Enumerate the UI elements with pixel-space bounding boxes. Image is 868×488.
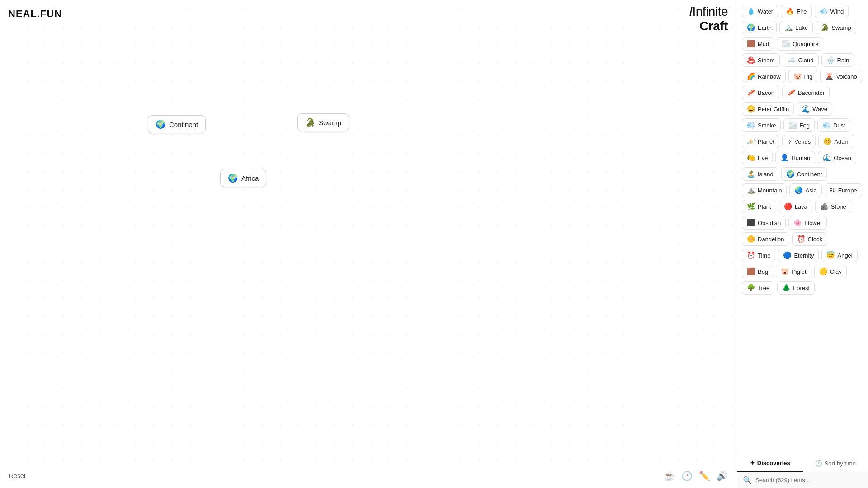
- chip-emoji: 👤: [780, 154, 789, 162]
- chip-emoji: 🌏: [794, 186, 803, 194]
- item-chip-cloud[interactable]: ☁️Cloud: [783, 53, 819, 67]
- item-chip-island[interactable]: 🏝️Island: [742, 167, 778, 181]
- clock-icon[interactable]: 🕐: [681, 470, 693, 481]
- search-input[interactable]: [755, 477, 863, 483]
- reset-button[interactable]: Reset: [9, 472, 26, 479]
- node-africa[interactable]: 🌍 Africa: [220, 169, 266, 187]
- item-chip-fire[interactable]: 🔥Fire: [781, 5, 811, 18]
- item-chip-baconator[interactable]: 🥓Baconator: [782, 86, 830, 99]
- chip-emoji: 🌍: [786, 170, 795, 178]
- item-chip-tree[interactable]: 🌳Tree: [742, 281, 774, 295]
- item-chip-dust[interactable]: 💨Dust: [817, 118, 850, 132]
- chip-label: Planet: [758, 138, 774, 145]
- chip-label: Time: [758, 252, 770, 259]
- discoveries-label: Discoveries: [757, 460, 790, 466]
- coffee-icon[interactable]: ☕: [664, 470, 675, 481]
- chip-emoji: 🟫: [747, 267, 755, 276]
- item-chip-stone[interactable]: 🪨Stone: [815, 200, 851, 213]
- chip-label: Lake: [795, 24, 808, 31]
- item-chip-flower[interactable]: 🌸Flower: [788, 216, 827, 230]
- chip-emoji: ♀️: [787, 138, 792, 145]
- item-chip-bog[interactable]: 🟫Bog: [742, 265, 773, 278]
- chip-label: Wave: [812, 106, 827, 113]
- chip-emoji: 🔥: [786, 7, 794, 15]
- item-chip-europe[interactable]: EUEurope: [825, 183, 862, 197]
- chip-label: Rainbow: [758, 73, 781, 80]
- item-chip-lava[interactable]: 🔴Lava: [779, 200, 812, 213]
- chip-emoji: 🌳: [747, 284, 755, 292]
- item-chip-mud[interactable]: 🟫Mud: [742, 37, 774, 51]
- item-chip-ocean[interactable]: 🌊Ocean: [818, 151, 856, 164]
- chip-label: Mud: [758, 41, 769, 47]
- item-chip-clock[interactable]: ⏰Clock: [792, 232, 828, 246]
- chip-emoji: 🏝️: [747, 170, 755, 178]
- chip-emoji: 🌊: [823, 154, 831, 162]
- item-chip-lake[interactable]: 🏔️Lake: [779, 21, 813, 34]
- item-chip-wind[interactable]: 💨Wind: [815, 5, 849, 18]
- item-chip-adam[interactable]: 😊Adam: [818, 135, 854, 148]
- item-chip-angel[interactable]: 😇Angel: [821, 249, 857, 262]
- item-chip-planet[interactable]: 🪐Planet: [742, 135, 779, 148]
- chip-label: Quagmire: [793, 41, 818, 47]
- chip-emoji: 🥓: [747, 89, 755, 97]
- chip-label: Forest: [793, 285, 810, 291]
- item-chip-human[interactable]: 👤Human: [775, 151, 815, 164]
- item-chip-smoke[interactable]: 💨Smoke: [742, 118, 781, 132]
- item-chip-eternity[interactable]: 🔵Eternity: [778, 249, 819, 262]
- item-chip-mountain[interactable]: ⛰️Mountain: [742, 183, 787, 197]
- swamp-label: Swamp: [319, 119, 341, 127]
- item-chip-plant[interactable]: 🌿Plant: [742, 200, 776, 213]
- chip-emoji: 🌍: [747, 23, 755, 32]
- item-chip-obsidian[interactable]: ⬛Obsidian: [742, 216, 786, 230]
- item-chip-pig[interactable]: 🐷Pig: [788, 70, 818, 83]
- item-chip-bacon[interactable]: 🥓Bacon: [742, 86, 779, 99]
- chip-label: Fire: [797, 8, 807, 15]
- item-chip-eve[interactable]: 🍋Eve: [742, 151, 773, 164]
- tab-sort-by-time[interactable]: 🕐 Sort by time: [803, 455, 868, 472]
- chip-label: Venus: [794, 138, 811, 145]
- canvas-area[interactable]: NEAL.FUN IInfinite Craft 🌍 Continent 🐊 S…: [0, 0, 737, 488]
- item-chip-forest[interactable]: 🌲Forest: [777, 281, 815, 295]
- item-chip-continent[interactable]: 🌍Continent: [781, 167, 827, 181]
- item-chip-earth[interactable]: 🌍Earth: [742, 21, 777, 34]
- sort-label: Sort by time: [825, 460, 856, 467]
- item-chip-venus[interactable]: ♀️Venus: [782, 135, 816, 148]
- item-chip-piglet[interactable]: 🐷Piglet: [776, 265, 811, 278]
- item-chip-quagmire[interactable]: 🌫️Quagmire: [777, 37, 823, 51]
- chip-emoji: 🟫: [747, 40, 755, 48]
- item-chip-time[interactable]: ⏰Time: [742, 249, 775, 262]
- sidebar-bottom: ✦ Discoveries 🕐 Sort by time 🔍: [737, 455, 868, 488]
- items-grid: 💧Water🔥Fire💨Wind🌍Earth🏔️Lake🐊Swamp🟫Mud🌫️…: [737, 0, 868, 455]
- item-chip-clay[interactable]: 🟡Clay: [814, 265, 847, 278]
- item-chip-steam[interactable]: ♨️Steam: [742, 53, 780, 67]
- item-chip-wave[interactable]: 🌊Wave: [797, 102, 832, 116]
- chip-label: Obsidian: [758, 220, 781, 226]
- africa-label: Africa: [241, 174, 259, 182]
- chip-label: Pig: [804, 73, 813, 80]
- chip-label: Eve: [758, 155, 768, 161]
- chip-emoji: 🟡: [819, 267, 828, 276]
- chip-emoji: 🍋: [747, 154, 755, 162]
- search-icon: 🔍: [743, 476, 752, 484]
- item-chip-swamp[interactable]: 🐊Swamp: [816, 21, 856, 34]
- item-chip-dandelion[interactable]: 🌼Dandelion: [742, 232, 789, 246]
- node-swamp[interactable]: 🐊 Swamp: [297, 113, 349, 131]
- chip-label: Angel: [837, 252, 852, 259]
- pencil-icon[interactable]: ✏️: [699, 470, 710, 481]
- chip-label: Baconator: [798, 89, 825, 96]
- chip-emoji: 🐷: [793, 72, 802, 80]
- search-bar: 🔍: [737, 472, 868, 488]
- node-continent[interactable]: 🌍 Continent: [148, 115, 206, 133]
- item-chip-volcano[interactable]: 🌋Volcano: [820, 70, 862, 83]
- volume-icon[interactable]: 🔊: [717, 470, 728, 481]
- item-chip-rain[interactable]: 🌧️Rain: [821, 53, 854, 67]
- item-chip-asia[interactable]: 🌏Asia: [789, 183, 821, 197]
- chip-emoji: 🔵: [783, 251, 792, 259]
- tab-discoveries[interactable]: ✦ Discoveries: [737, 455, 803, 472]
- chip-label: Clock: [808, 236, 823, 243]
- chip-emoji: 🥓: [787, 89, 796, 97]
- item-chip-fog[interactable]: 🌫️Fog: [783, 118, 814, 132]
- item-chip-rainbow[interactable]: 🌈Rainbow: [742, 70, 786, 83]
- item-chip-peter-griffin[interactable]: 😀Peter Griffin: [742, 102, 794, 116]
- item-chip-water[interactable]: 💧Water: [742, 5, 778, 18]
